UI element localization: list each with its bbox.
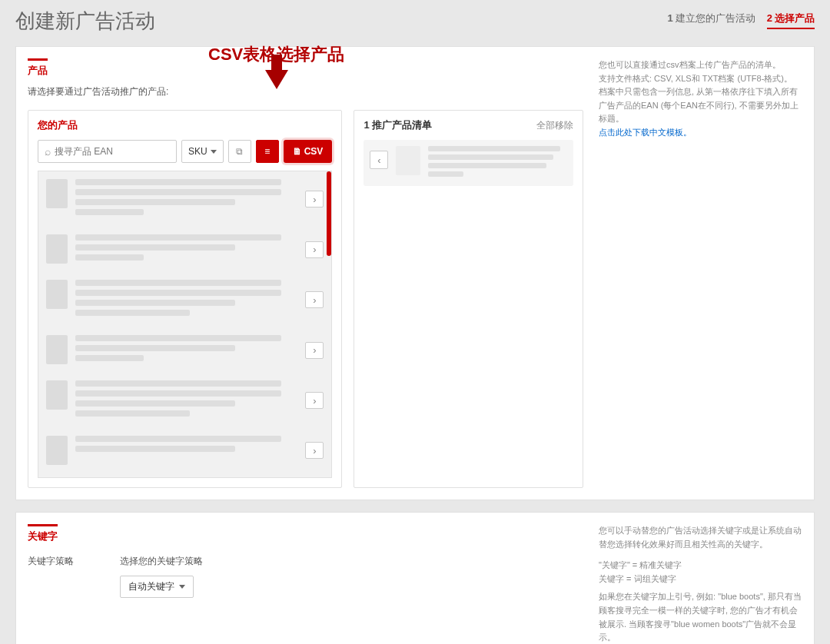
selected-item: ‹	[364, 140, 573, 186]
wizard-steps: 1建立您的广告活动 2选择产品	[668, 12, 815, 29]
help-text: 支持文件格式: CSV, XLS和 TXT档案 (UTF8-格式)。	[599, 72, 802, 86]
your-products-panel: 您的产品 ⌕ SKU ⧉ ≡ 🗎	[28, 110, 342, 488]
step-1-label: 建立您的广告活动	[676, 12, 755, 24]
chevron-left-icon: ‹	[377, 154, 380, 166]
chevron-right-icon: ›	[313, 244, 316, 255]
step-1[interactable]: 1建立您的广告活动	[668, 12, 755, 29]
list-item: ›	[38, 272, 331, 327]
sku-select-label: SKU	[188, 146, 208, 157]
product-thumbnail	[396, 146, 420, 175]
chevron-right-icon: ›	[313, 445, 316, 456]
keyword-strategy-select[interactable]: 自动关键字	[120, 576, 194, 598]
help-text: 如果您在关键字加上引号, 例如: "blue boots", 那只有当顾客搜寻完…	[599, 590, 802, 644]
download-template-link[interactable]: 点击此处下载中文模板。	[599, 128, 692, 137]
product-thumbnail	[46, 280, 68, 309]
list-item: ›	[38, 227, 331, 272]
step-2[interactable]: 2选择产品	[767, 12, 815, 29]
remove-product-button[interactable]: ‹	[370, 151, 388, 169]
copy-button[interactable]: ⧉	[228, 140, 251, 163]
products-section-title: 产品	[28, 58, 48, 78]
add-product-button[interactable]: ›	[305, 442, 324, 459]
step-2-label: 选择产品	[775, 12, 815, 24]
products-help-sidebar: 您也可以直接通过csv档案上传广告产品的清单。 支持文件格式: CSV, XLS…	[599, 58, 802, 488]
keywords-help-sidebar: 您可以手动替您的广告活动选择关键字或是让系统自动替您选择转化效果好而且相关性高的…	[599, 524, 802, 644]
file-icon: 🗎	[293, 146, 302, 157]
help-text: 关键字 = 词组关键字	[599, 573, 802, 586]
list-item: ›	[38, 373, 331, 428]
help-text: "关键字" = 精准关键字	[599, 559, 802, 573]
choose-strategy-label: 选择您的关键字策略	[120, 555, 203, 568]
products-card: CSV表格选择产品 产品 请选择要通过广告活动推广的产品: 您的产品 ⌕	[15, 46, 815, 500]
product-thumbnail	[46, 436, 68, 465]
list-item: ›	[38, 171, 331, 227]
chevron-down-icon	[179, 585, 185, 589]
list-icon: ≡	[264, 146, 270, 157]
help-text: 档案中只需包含一列信息, 从第一格依序往下填入所有广告产品的EAN (每个EAN…	[599, 85, 802, 126]
step-2-num: 2	[767, 12, 772, 24]
product-thumbnail	[46, 335, 68, 364]
add-product-button[interactable]: ›	[305, 191, 324, 207]
down-arrow-icon	[265, 70, 288, 89]
search-input[interactable]	[55, 146, 170, 157]
chevron-right-icon: ›	[313, 294, 316, 306]
help-text: 您也可以直接通过csv档案上传广告产品的清单。	[599, 58, 802, 72]
csv-button-label: CSV	[304, 146, 324, 157]
page-title: 创建新广告活动	[15, 8, 155, 35]
keywords-section-title: 关键字	[28, 524, 58, 543]
chevron-right-icon: ›	[313, 194, 316, 205]
promoted-products-title: 1 推广产品清单	[364, 118, 432, 132]
promoted-products-panel: 1 推广产品清单 全部移除 ‹	[354, 110, 583, 488]
product-thumbnail	[46, 234, 68, 264]
chevron-right-icon: ›	[313, 395, 316, 407]
search-icon: ⌕	[45, 145, 51, 158]
search-field[interactable]: ⌕	[38, 140, 177, 163]
clear-all-button[interactable]: 全部移除	[536, 119, 573, 132]
product-list[interactable]: › › ›	[38, 171, 332, 478]
add-product-button[interactable]: ›	[305, 342, 324, 359]
csv-upload-button[interactable]: 🗎CSV	[284, 140, 333, 163]
csv-annotation: CSV表格选择产品	[208, 43, 344, 89]
keyword-strategy-value: 自动关键字	[128, 580, 174, 593]
add-product-button[interactable]: ›	[305, 291, 324, 308]
step-1-num: 1	[668, 12, 673, 24]
add-product-button[interactable]: ›	[305, 392, 324, 409]
add-product-button[interactable]: ›	[305, 241, 324, 258]
list-item: ›	[38, 327, 331, 373]
chevron-right-icon: ›	[313, 344, 316, 356]
chevron-down-icon	[211, 150, 217, 154]
keywords-card: 关键字 关键字策略 选择您的关键字策略 自动关键字 您可以手动替您的广告活动选择…	[15, 512, 815, 644]
help-text: 您可以手动替您的广告活动选择关键字或是让系统自动替您选择转化效果好而且相关性高的…	[599, 524, 802, 551]
product-thumbnail	[46, 380, 68, 410]
copy-icon: ⧉	[236, 146, 243, 157]
list-item	[38, 473, 331, 478]
keyword-strategy-label: 关键字策略	[28, 555, 74, 568]
bulk-add-button[interactable]: ≡	[256, 140, 279, 163]
your-products-title: 您的产品	[38, 118, 78, 132]
list-item: ›	[38, 428, 331, 473]
sku-select[interactable]: SKU	[181, 140, 224, 163]
product-thumbnail	[46, 179, 68, 208]
